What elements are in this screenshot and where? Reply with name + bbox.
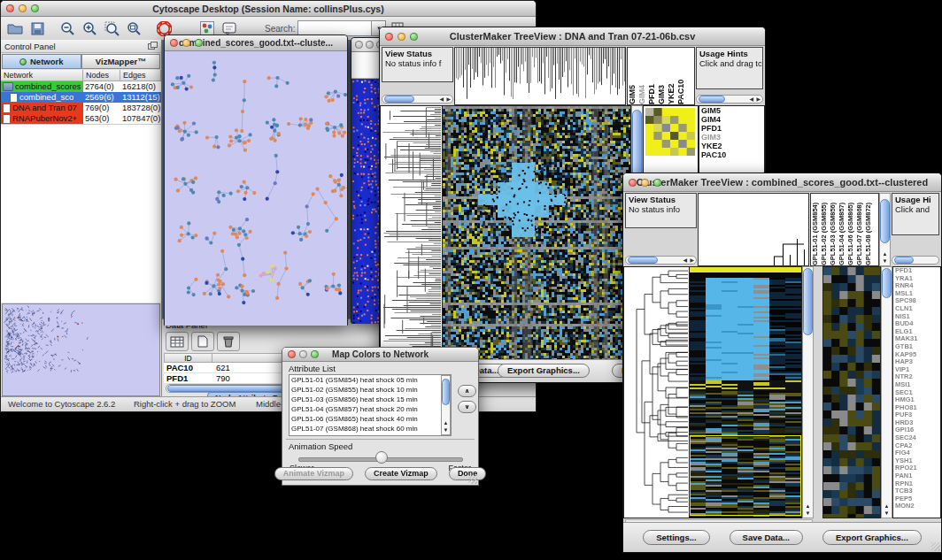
scrollbar-thumb[interactable] <box>880 199 890 243</box>
column-label[interactable]: GPL51-02 (GSM855) <box>820 194 829 265</box>
scrollbar-thumb[interactable] <box>803 268 813 335</box>
view-status-hscrollbar[interactable]: ◀ ▶ <box>625 256 697 265</box>
column-dendrogram[interactable] <box>698 193 809 266</box>
attribute-list-vscrollbar[interactable]: ▲ ▼ <box>441 375 451 435</box>
column-label[interactable]: GPL51-04 (GSM857) <box>838 194 846 265</box>
move-down-button[interactable]: ∨ <box>458 401 476 413</box>
treeview-window-combined[interactable]: ClusterMaker TreeView : combined_scores_… <box>622 173 942 553</box>
scroll-right-icon[interactable]: ▶ <box>756 96 761 104</box>
scroll-left-icon[interactable]: ◀ <box>749 96 753 104</box>
float-panel-icon[interactable] <box>148 42 158 51</box>
network-table-row[interactable]: RNAPuberNov2+563(0)107847(0) <box>1 113 161 124</box>
heatmap-view[interactable] <box>442 105 631 362</box>
column-label[interactable]: GIM4 <box>637 48 647 104</box>
network-col-header[interactable]: Network <box>1 70 83 81</box>
create-attribute-icon[interactable] <box>191 332 214 351</box>
zoomed-heatmap-view[interactable] <box>822 266 881 518</box>
id-col-header[interactable]: ID <box>164 353 212 363</box>
scrollbar-thumb[interactable] <box>882 268 892 298</box>
gene-label[interactable]: PFD1 <box>701 124 764 133</box>
dialog-button[interactable]: Animate Vizmap <box>274 467 353 480</box>
heatmap-view[interactable] <box>689 266 802 518</box>
column-label[interactable]: GIM5 <box>628 48 637 104</box>
scrollbar-thumb[interactable] <box>628 257 658 264</box>
open-icon[interactable] <box>5 19 25 37</box>
column-label[interactable]: GPL51-06 (GSM865) <box>846 194 855 265</box>
row-dendrogram[interactable] <box>623 266 689 518</box>
scroll-right-icon[interactable]: ▶ <box>446 96 451 104</box>
gene-label[interactable]: MON2 <box>895 502 940 510</box>
gene-label[interactable]: GIM5 <box>701 106 764 115</box>
minimize-button[interactable] <box>641 179 649 187</box>
network-view-canvas[interactable] <box>165 51 347 326</box>
close-button[interactable] <box>629 179 637 187</box>
labels-vscrollbar[interactable]: ▲ ▼ <box>879 193 891 266</box>
network-view-window[interactable]: combined_scores_good.txt--cluste... <box>164 35 348 326</box>
network-table-row[interactable]: combined_sco2569(6)13112(15) <box>1 92 161 103</box>
close-button[interactable] <box>385 33 393 41</box>
close-button[interactable] <box>6 4 14 12</box>
scrollbar-thumb[interactable] <box>442 379 450 405</box>
view-status-hscrollbar[interactable]: ◀ ▶ <box>382 95 453 104</box>
slider-thumb[interactable] <box>375 451 388 464</box>
network-window-title-bar[interactable]: combined_scores_good.txt--cluste... <box>165 35 347 51</box>
gene-label[interactable]: GIM3 <box>701 133 764 142</box>
zoom-window-button[interactable] <box>410 33 418 41</box>
scrollbar-thumb[interactable] <box>894 257 914 264</box>
control-panel-tab[interactable]: VizMapper™ <box>81 54 161 69</box>
map-colors-dialog[interactable]: Map Colors to Network Attribute List ▲ ▼… <box>282 347 479 486</box>
scroll-up-icon[interactable]: ▲ <box>803 503 813 510</box>
close-button[interactable] <box>288 350 296 358</box>
scroll-left-icon[interactable]: ◀ <box>683 257 687 265</box>
dialog-title-bar[interactable]: Map Colors to Network <box>282 348 478 362</box>
scroll-up-icon[interactable]: ▲ <box>882 503 892 510</box>
zoom-fit-icon[interactable] <box>124 19 143 37</box>
column-label[interactable]: PFD1 <box>647 48 657 104</box>
usage-hints-hscrollbar[interactable]: ◀ ▶ <box>696 95 763 104</box>
zoomed-heatmap-vscrollbar[interactable]: ▲ ▼ <box>881 266 892 518</box>
minimize-button[interactable] <box>398 33 405 41</box>
row-dendrogram[interactable] <box>380 105 442 362</box>
zoom-window-button[interactable] <box>195 39 203 47</box>
column-label[interactable]: GPL51-07 (GSM868) <box>855 194 864 265</box>
minimize-button[interactable] <box>366 41 374 49</box>
column-label[interactable]: GPL51-03 (GSM856) <box>829 194 838 265</box>
network-table-row[interactable]: DNA and Tran 07769(0)183728(0) <box>1 103 161 113</box>
close-button[interactable] <box>355 41 363 49</box>
attribute-list-item[interactable]: GPL51-02 (GSM855) heat shock 10 min <box>290 385 451 395</box>
gene-label[interactable]: PAC10 <box>701 150 764 159</box>
scrollbar-thumb[interactable] <box>699 96 725 103</box>
attribute-list-item[interactable]: GPL51-07 (GSM868) heat shock 60 min <box>290 424 451 433</box>
treeview1-title-bar[interactable]: ClusterMaker TreeView : DNA and Tran 07-… <box>380 27 765 46</box>
select-attributes-icon[interactable] <box>166 332 189 351</box>
zoom-in-icon[interactable] <box>80 19 99 37</box>
column-label[interactable]: GPL51-08 (GSM872) <box>864 194 873 265</box>
column-label[interactable]: GPL51-01 (GSM854) <box>811 194 820 265</box>
column-label[interactable]: PAC10 <box>676 48 686 104</box>
attribute-list[interactable]: ▲ ▼ GPL51-01 (GSM854) heat shock 05 minG… <box>289 374 452 436</box>
attribute-list-item[interactable]: GPL51-04 (GSM857) heat shock 20 min <box>290 404 451 414</box>
zoom-window-button[interactable] <box>31 4 39 12</box>
treeview2-button[interactable]: Export Graphics... <box>822 530 922 545</box>
column-dendrogram[interactable] <box>454 47 626 105</box>
similarity-matrix-canvas[interactable] <box>645 108 695 156</box>
control-panel-tab[interactable]: Network <box>2 54 81 69</box>
network-overview-panel[interactable] <box>2 303 160 396</box>
column-label[interactable]: YKE2 <box>667 48 676 104</box>
scrollbar-thumb[interactable] <box>167 385 284 392</box>
resize-grip[interactable] <box>468 475 477 484</box>
heatmap-vscrollbar[interactable]: ▲ ▼ <box>802 266 814 518</box>
scroll-up-icon[interactable]: ▲ <box>880 251 890 257</box>
resize-grip[interactable] <box>931 542 940 551</box>
attribute-list-item[interactable]: GPL51-01 (GSM854) heat shock 05 min <box>290 375 451 385</box>
gene-label[interactable]: YKE2 <box>701 142 764 150</box>
treeview2-title-bar[interactable]: ClusterMaker TreeView : combined_scores_… <box>623 173 941 192</box>
export-graphics-button[interactable]: Export Graphics... <box>498 364 590 378</box>
minimize-button[interactable] <box>299 350 307 358</box>
minimize-button[interactable] <box>19 4 27 12</box>
column-label[interactable]: GIM3 <box>657 48 667 104</box>
dialog-button[interactable]: Create Vizmap <box>365 467 437 480</box>
treeview2-button[interactable]: Settings... <box>643 530 709 545</box>
delete-attribute-icon[interactable] <box>217 332 240 351</box>
attribute-list-item[interactable]: GPL51-03 (GSM856) heat shock 15 min <box>290 395 451 404</box>
